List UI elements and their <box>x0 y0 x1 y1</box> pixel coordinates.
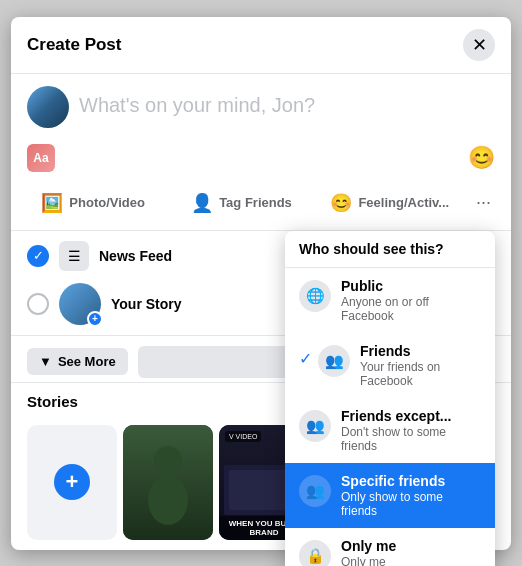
feeling-label: Feeling/Activ... <box>358 195 449 210</box>
action-bar: 🖼️ Photo/Video 👤 Tag Friends 😊 Feeling/A… <box>11 180 511 231</box>
dropdown-item-friends-except[interactable]: 👥 Friends except... Don't show to some f… <box>285 398 495 463</box>
story-avatar-plus: + <box>87 311 103 327</box>
only-me-subtitle: Only me <box>341 555 481 567</box>
post-placeholder[interactable]: What's on your mind, Jon? <box>79 86 495 117</box>
only-me-title: Only me <box>341 538 481 554</box>
news-feed-left: ✓ ☰ News Feed <box>27 241 172 271</box>
add-story-card[interactable]: + <box>27 425 117 540</box>
story-badge-text: V VIDEO <box>229 433 257 440</box>
dropdown-header: Who should see this? <box>285 231 495 268</box>
news-feed-label: News Feed <box>99 248 172 264</box>
friends-title: Friends <box>360 343 481 359</box>
create-post-modal: Create Post ✕ What's on your mind, Jon? … <box>11 17 511 550</box>
stories-label: Stories <box>27 393 78 410</box>
photo-video-label: Photo/Video <box>69 195 145 210</box>
photo-video-button[interactable]: 🖼️ Photo/Video <box>19 184 167 222</box>
feeling-icon: 😊 <box>330 192 352 214</box>
specific-friends-icon: 👥 <box>299 475 331 507</box>
post-input-area: What's on your mind, Jon? <box>11 74 511 140</box>
svg-point-2 <box>148 475 188 525</box>
public-title: Public <box>341 278 481 294</box>
story-avatar: + <box>59 283 101 325</box>
friends-check: ✓ <box>299 349 312 368</box>
photo-video-icon: 🖼️ <box>41 192 63 214</box>
modal-title: Create Post <box>27 35 121 55</box>
dropdown-item-only-me-text: Only me Only me <box>341 538 481 567</box>
close-icon: ✕ <box>472 34 487 56</box>
add-story-icon: + <box>54 464 90 500</box>
public-subtitle: Anyone on or off Facebook <box>341 295 481 323</box>
dropdown-item-specific-friends-text: Specific friends Only show to some frien… <box>341 473 481 518</box>
dropdown-item-public[interactable]: 🌐 Public Anyone on or off Facebook <box>285 268 495 333</box>
story-label: Your Story <box>111 296 182 312</box>
audience-section: ✓ ☰ News Feed 👥 Friends ▼ + Your Story W… <box>11 231 511 336</box>
dropdown-item-friends[interactable]: ✓ 👥 Friends Your friends on Facebook <box>285 333 495 398</box>
friends-except-icon: 👥 <box>299 410 331 442</box>
dropdown-item-specific-friends[interactable]: 👥 Specific friends Only show to some fri… <box>285 463 495 528</box>
emoji-icon[interactable]: 😊 <box>468 145 495 171</box>
story-badge: V VIDEO <box>225 431 261 442</box>
see-more-arrow: ▼ <box>39 354 52 369</box>
feeling-button[interactable]: 😊 Feeling/Activ... <box>316 184 464 222</box>
more-icon: ··· <box>476 192 491 212</box>
more-button[interactable]: ··· <box>464 184 503 222</box>
story-card-1[interactable] <box>123 425 213 540</box>
dropdown-item-public-text: Public Anyone on or off Facebook <box>341 278 481 323</box>
specific-friends-subtitle: Only show to some friends <box>341 490 481 518</box>
news-feed-icon: ☰ <box>59 241 89 271</box>
dropdown-item-only-me[interactable]: 🔒 Only me Only me <box>285 528 495 567</box>
friends-subtitle: Your friends on Facebook <box>360 360 481 388</box>
see-more-label: See More <box>58 354 116 369</box>
avatar <box>27 86 69 128</box>
see-more-button[interactable]: ▼ See More <box>27 348 128 375</box>
friends-except-subtitle: Don't show to some friends <box>341 425 481 453</box>
audience-dropdown: Who should see this? 🌐 Public Anyone on … <box>285 231 495 567</box>
text-format-icon[interactable]: Aa <box>27 144 55 172</box>
friends-except-title: Friends except... <box>341 408 481 424</box>
specific-friends-title: Specific friends <box>341 473 481 489</box>
dropdown-item-friends-text: Friends Your friends on Facebook <box>360 343 481 388</box>
close-button[interactable]: ✕ <box>463 29 495 61</box>
modal-header: Create Post ✕ <box>11 17 511 74</box>
tag-friends-button[interactable]: 👤 Tag Friends <box>167 184 315 222</box>
tag-friends-icon: 👤 <box>191 192 213 214</box>
only-me-icon: 🔒 <box>299 540 331 567</box>
svg-point-1 <box>154 446 182 474</box>
toolbar-icons: Aa 😊 <box>11 140 511 180</box>
dropdown-item-friends-except-text: Friends except... Don't show to some fri… <box>341 408 481 453</box>
tag-friends-label: Tag Friends <box>219 195 292 210</box>
public-icon: 🌐 <box>299 280 331 312</box>
friends-icon: 👥 <box>318 345 350 377</box>
radio-circle[interactable] <box>27 293 49 315</box>
check-circle: ✓ <box>27 245 49 267</box>
